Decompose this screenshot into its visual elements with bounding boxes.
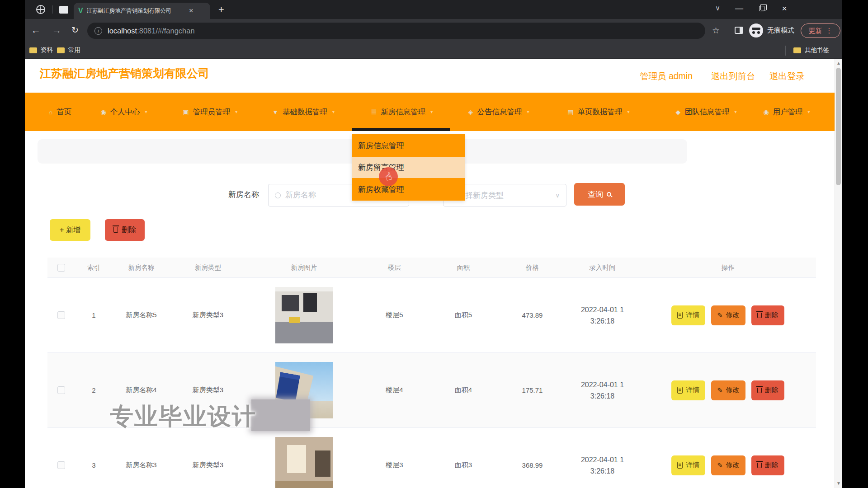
bookmark-star-icon[interactable]: ☆	[712, 25, 720, 36]
watermark-text: 专业毕业设计	[110, 401, 256, 432]
delete-button[interactable]: 删除	[105, 219, 145, 241]
shield-icon: ▼	[272, 108, 278, 116]
caret-down-icon: ▾	[527, 109, 529, 114]
exit-to-front-link[interactable]: 退出到前台	[711, 70, 755, 82]
bookmark-label: 资料	[41, 46, 53, 54]
entry-time: 2022-04-01 13:26:18	[565, 379, 640, 402]
other-bookmarks-label: 其他书签	[805, 46, 829, 54]
caret-down-icon: ▾	[145, 109, 147, 114]
browser-tab[interactable]: V 江苏融汇房地产营销策划有限公司 ×	[74, 3, 210, 19]
folder-icon	[29, 47, 37, 53]
globe-icon	[36, 5, 45, 14]
admin-icon: ▣	[183, 108, 189, 116]
nav-item-single-page-data[interactable]: ▤ 单页数据管理 ▾	[567, 93, 629, 131]
search-field-label: 新房名称	[228, 189, 259, 200]
minimize-button[interactable]: —	[733, 4, 745, 13]
browser-toolbar: ← → ↻ i localhost:8081/#/fangchan ☆ 无痕模式…	[25, 19, 842, 43]
search-prefix-icon	[275, 192, 281, 198]
nav-item-personal-center[interactable]: ◉ 个人中心 ▾	[100, 93, 147, 131]
url-host: localhost	[108, 27, 137, 35]
page-scrollbar[interactable]: ▲ ▼	[835, 59, 842, 488]
submenu-item-house-info[interactable]: 新房信息管理	[352, 134, 465, 157]
row-delete-button[interactable]: 删除	[751, 380, 784, 400]
caret-down-icon: ▾	[734, 109, 736, 114]
back-icon[interactable]: ←	[31, 25, 41, 36]
page-icon: ▤	[567, 108, 573, 116]
bookmark-label: 常用	[68, 46, 80, 54]
detail-button[interactable]: 详情	[671, 305, 705, 325]
scroll-down-icon[interactable]: ▼	[835, 480, 842, 487]
logout-link[interactable]: 退出登录	[769, 70, 805, 82]
close-window-button[interactable]: ×	[778, 4, 791, 14]
entry-time: 2022-04-01 13:26:18	[565, 304, 640, 327]
bookmark-folder-ziliao[interactable]: 资料	[29, 46, 53, 54]
divider	[785, 46, 786, 56]
admin-user-label: 管理员 admin	[640, 70, 693, 82]
vue-favicon: V	[78, 7, 83, 15]
other-bookmarks[interactable]: 其他书签	[793, 46, 829, 54]
row-delete-button[interactable]: 删除	[751, 305, 784, 325]
tab-search-chevron-icon[interactable]: ∨	[715, 4, 720, 12]
user-icon: ◉	[100, 108, 106, 116]
select-all-checkbox[interactable]	[57, 264, 65, 272]
nav-item-user-mgmt[interactable]: ◉ 用户管理 ▾	[763, 93, 810, 131]
new-house-submenu: 新房信息管理 新房留言管理 新房收藏管理	[352, 134, 465, 201]
nav-item-home[interactable]: ⌂ 首页	[49, 93, 71, 131]
app-square-icon	[59, 6, 68, 14]
nav-item-admin-mgmt[interactable]: ▣ 管理员管理 ▾	[183, 93, 238, 131]
caret-down-icon: ▾	[808, 109, 810, 114]
nav-item-announcements[interactable]: ◈ 公告信息管理 ▾	[468, 93, 529, 131]
hand-cursor-icon: ☝	[383, 169, 394, 183]
col-header-index: 索引	[75, 263, 113, 272]
pencil-icon: ✎	[717, 311, 723, 319]
caret-down-icon: ▾	[332, 109, 335, 114]
bookmark-folder-changyong[interactable]: 常用	[57, 46, 80, 54]
submenu-item-house-favorites[interactable]: 新房收藏管理	[352, 178, 465, 201]
nav-item-team-info[interactable]: ◆ 团队信息管理 ▾	[676, 93, 737, 131]
info-icon[interactable]: i	[94, 27, 102, 35]
scroll-up-icon[interactable]: ▲	[835, 60, 842, 67]
chrome-update-button[interactable]: 更新 ⋮	[801, 23, 840, 38]
document-icon	[677, 387, 683, 394]
row-checkbox[interactable]	[57, 311, 65, 319]
team-icon: ◆	[676, 108, 681, 116]
side-panel-icon[interactable]	[735, 27, 743, 34]
document-icon	[677, 312, 683, 319]
col-header-image: 新房图片	[246, 263, 362, 272]
reload-icon[interactable]: ↻	[71, 25, 79, 35]
cursor-highlight: ☝	[379, 167, 398, 186]
address-bar[interactable]: i localhost:8081/#/fangchan	[87, 23, 705, 39]
table-row: 3 新房名称3 新房类型3 楼层3 面积3 368.99 2022-04-01 …	[47, 428, 816, 488]
query-button[interactable]: 查询	[574, 183, 625, 206]
row-checkbox[interactable]	[57, 461, 65, 469]
nav-item-basic-data[interactable]: ▼ 基础数据管理 ▾	[272, 93, 335, 131]
row-checkbox[interactable]	[57, 386, 65, 394]
pencil-icon: ✎	[717, 386, 723, 394]
announcement-icon: ◈	[468, 108, 473, 116]
edit-button[interactable]: ✎ 修改	[711, 380, 745, 400]
tab-close-icon[interactable]: ×	[189, 6, 193, 15]
new-tab-button[interactable]: +	[218, 4, 224, 15]
entry-time: 2022-04-01 13:26:18	[565, 454, 640, 477]
update-label: 更新	[809, 27, 822, 35]
home-icon: ⌂	[49, 108, 52, 116]
search-icon	[607, 192, 611, 197]
edit-button[interactable]: ✎ 修改	[711, 305, 745, 325]
tab-title: 江苏融汇房地产营销策划有限公司	[87, 7, 185, 15]
row-delete-button[interactable]: 删除	[751, 455, 784, 475]
edit-button[interactable]: ✎ 修改	[711, 455, 745, 475]
restore-window-icon[interactable]	[759, 6, 764, 11]
kebab-menu-icon[interactable]: ⋮	[826, 27, 833, 35]
folder-icon	[793, 47, 801, 53]
nav-item-new-house-info[interactable]: ☰ 新房信息管理 ▾	[371, 93, 433, 131]
submenu-item-house-messages[interactable]: 新房留言管理	[352, 157, 465, 178]
detail-button[interactable]: 详情	[671, 380, 705, 400]
table-row: 1 新房名称5 新房类型3 楼层5 面积5 473.89 2022-04-01 …	[47, 278, 816, 353]
scrollbar-thumb[interactable]	[836, 68, 841, 185]
pencil-icon: ✎	[717, 461, 723, 469]
house-photo	[275, 437, 333, 488]
house-photo	[275, 287, 333, 343]
detail-button[interactable]: 详情	[671, 455, 705, 475]
forward-icon[interactable]: →	[52, 25, 61, 36]
add-button[interactable]: + 新增	[50, 219, 90, 241]
